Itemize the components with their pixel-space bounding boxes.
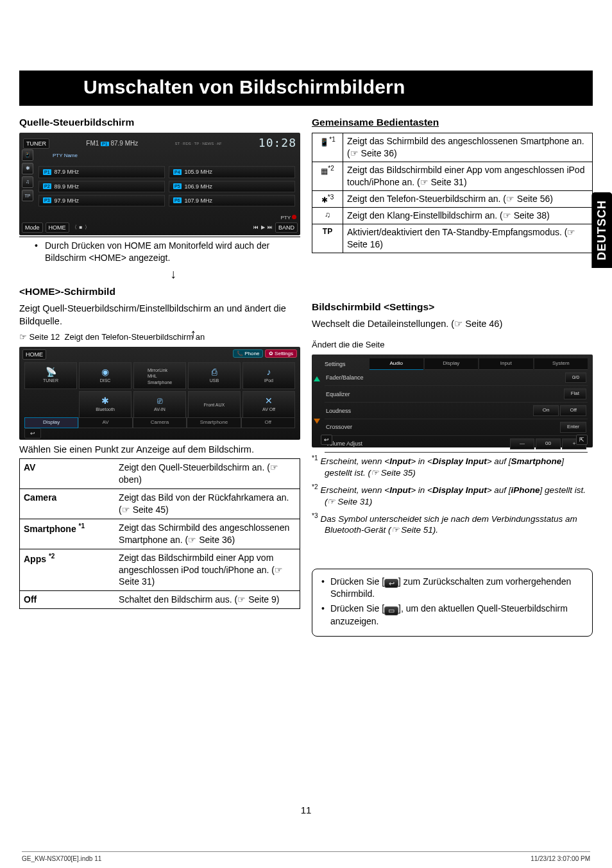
select-prompt: Wählen Sie einen Punkt zur Anzeige auf d…: [19, 444, 300, 456]
flow-arrow-down-icon: ↓: [46, 265, 300, 283]
smartphone-icon[interactable]: 📱: [22, 149, 33, 161]
settings-tab-audio[interactable]: Audio: [370, 358, 423, 370]
display-tab-camera[interactable]: Camera: [133, 417, 187, 428]
settings-pill-button[interactable]: ✿ Settings: [265, 349, 297, 358]
flow-arrow-up-icon: ↑: [190, 325, 196, 342]
phone-pill-button[interactable]: 📞 Phone: [233, 349, 263, 358]
settings-tab-input[interactable]: Input: [479, 358, 533, 370]
settings-title: Settings: [325, 360, 370, 368]
display-opt-val: Schaltet den Bildschirm aus. (☞ Seite 9): [115, 591, 300, 609]
source-disc[interactable]: ◉DISC: [79, 362, 132, 389]
apps-icon: ▦*2: [312, 162, 343, 191]
display-opt-key: Off: [20, 591, 115, 609]
settings-screen-heading: Bildschirmbild <Settings>: [312, 301, 593, 314]
display-tab-off[interactable]: Off: [241, 417, 295, 428]
footnote: *2Erscheint, wenn <Input> in <Display In…: [312, 483, 593, 508]
footnote: *1Erscheint, wenn <Input> in <Display In…: [312, 454, 593, 479]
shared-op-desc: Zeigt den Telefon-Steuerbildschirm an. (…: [343, 190, 593, 207]
settings-row-volume-adjust[interactable]: Volume Adjust—00＋: [325, 436, 588, 453]
pager-label: Ändert die die Seite: [312, 339, 593, 351]
home-button[interactable]: HOME: [46, 222, 69, 233]
tip-box: Drücken Sie [↩] zum Zurückschalten zum v…: [312, 569, 593, 637]
bluetooth-icon: ✱*3: [312, 190, 343, 207]
settings-row-loudness[interactable]: LoudnessOnOff: [325, 403, 588, 419]
source-front-aux[interactable]: Front AUX: [188, 391, 241, 418]
source-ipod[interactable]: ♪iPod: [242, 362, 295, 389]
transport-controls[interactable]: 〈 ■ 〉 ⏮ ▶ ⏭: [72, 224, 273, 231]
current-frequency: 87.9 MHz: [110, 140, 138, 147]
display-opt-val: Zeigt das Bildschirmbild einer App vom a…: [115, 549, 300, 591]
display-opt-key: AV: [20, 459, 115, 489]
preset-button[interactable]: P5106.9 MHz: [169, 181, 295, 192]
preset-button[interactable]: P289.9 MHz: [38, 181, 165, 192]
preset-button[interactable]: P397.9 MHz: [38, 195, 165, 206]
display-tab-av[interactable]: AV: [78, 417, 132, 428]
stop-icon[interactable]: ■: [80, 224, 83, 231]
display-opt-val: Zeigt das Bild von der Rückfahrkamera an…: [115, 489, 300, 519]
mode-button[interactable]: Mode: [22, 222, 43, 233]
shared-ops-heading: Gemeinsame Bedientasten: [312, 116, 593, 129]
play-icon[interactable]: ▶: [261, 224, 265, 231]
source-av-off[interactable]: ✕AV Off: [242, 391, 295, 418]
tip-item: Drücken Sie [↩] zum Zurückschalten zum v…: [321, 576, 583, 600]
footnote: *3Das Symbol unterscheidet sich je nach …: [312, 512, 593, 537]
page-title: Umschalten von Bildschirmbildern: [19, 71, 593, 106]
display-opt-key: Smartphone *1: [20, 519, 115, 549]
display-options-table: AVZeigt den Quell-Steuerbildschirm an. (…: [19, 458, 300, 609]
back-icon: ↩: [384, 579, 398, 588]
source-control-heading: Quelle-Steuerbildschirm: [19, 116, 300, 129]
source-bluetooth[interactable]: ✱Bluetooth: [79, 391, 132, 418]
display-opt-key: Apps *2: [20, 549, 115, 591]
source-tuner[interactable]: 📡TUNER: [24, 362, 77, 389]
telco-screen-caption: Zeigt den Telefon-Steuerbildschirm an: [65, 332, 205, 342]
tuner-indicators: ST · RDS · TP · NEWS · AF: [174, 141, 221, 146]
home-header: HOME: [22, 349, 46, 360]
equalizer-icon: ♫: [312, 208, 343, 224]
display-tab-smartphone[interactable]: Smartphone: [187, 417, 241, 428]
current-source-icon: ▭: [384, 606, 398, 615]
display-opt-val: Zeigt das Schirmbild des angeschlossenen…: [115, 519, 300, 549]
home-screen-heading: <HOME>-Schirmbild: [19, 285, 300, 299]
display-tab-display[interactable]: Display: [24, 417, 78, 428]
footer-right: 11/23/12 3:07:00 PM: [531, 855, 590, 864]
preset-button[interactable]: P187.9 MHz: [38, 166, 165, 178]
skip-back-icon[interactable]: ⏮: [253, 224, 259, 231]
back-button[interactable]: ↩: [321, 435, 332, 445]
shared-op-desc: Zeigt den Klang-Einstellbildschirm an. (…: [343, 208, 593, 224]
preset-button[interactable]: P4105.9 MHz: [169, 166, 295, 178]
settings-row-equalizer[interactable]: EqualizerFlat: [325, 386, 588, 403]
tp-icon[interactable]: TP: [22, 190, 33, 201]
settings-screenshot: Settings AudioDisplayInputSystem Fader/B…: [312, 355, 593, 447]
home-screen-desc: Zeigt Quell-Steuerbildschirm/Einstellbil…: [19, 303, 300, 328]
settings-tab-system[interactable]: System: [534, 358, 588, 370]
current-source-button[interactable]: ⇱: [576, 435, 588, 445]
prev-icon[interactable]: 〈: [72, 224, 77, 231]
source-mirrorlink-mhl-smartphone[interactable]: MirrorLinkMHLSmartphone: [133, 362, 186, 389]
settings-row-fader-balance[interactable]: Fader/Balance0/0: [325, 370, 588, 387]
band-button[interactable]: BAND: [275, 222, 298, 233]
footer-left: GE_KW-NSX700[E].indb 11: [22, 855, 101, 864]
home-button-note: Durch Drücken von HOME am Monitorfeld wi…: [19, 237, 300, 268]
tuner-source-button[interactable]: TUNER: [23, 138, 49, 149]
source-usb[interactable]: ⎙USB: [188, 362, 241, 389]
bluetooth-icon[interactable]: ✱: [22, 163, 33, 174]
page-ref-12: ☞ Seite 12: [19, 331, 60, 343]
back-button[interactable]: ↩: [24, 428, 41, 438]
language-tab: DEUTSCH: [591, 192, 612, 268]
preset-button[interactable]: P6107.9 MHz: [169, 195, 295, 206]
settings-row-crossover[interactable]: CrossoverEnter: [325, 419, 588, 436]
tuner-clock: 10:28: [259, 135, 296, 151]
pty-label: PTY Name: [53, 153, 78, 158]
next-icon[interactable]: 〉: [85, 224, 90, 231]
source-av-in[interactable]: ⎚AV-IN: [133, 391, 186, 418]
page-up-icon[interactable]: [314, 376, 320, 381]
tuner-screenshot: TUNER FM1 P1 87.9 MHz ST · RDS · TP · NE…: [19, 133, 300, 235]
page-down-icon[interactable]: [314, 419, 320, 424]
footnotes: *1Erscheint, wenn <Input> in <Display In…: [312, 454, 593, 537]
shared-op-desc: Zeigt das Bildschirmbild einer App vom a…: [343, 162, 593, 191]
skip-fwd-icon[interactable]: ⏭: [268, 224, 273, 231]
settings-tab-display[interactable]: Display: [425, 358, 479, 370]
shared-op-desc: Zeigt das Schirmbild des angeschlossenen…: [343, 133, 593, 162]
current-preset-ch: P1: [101, 142, 109, 146]
equalizer-icon[interactable]: ♫: [22, 176, 33, 188]
